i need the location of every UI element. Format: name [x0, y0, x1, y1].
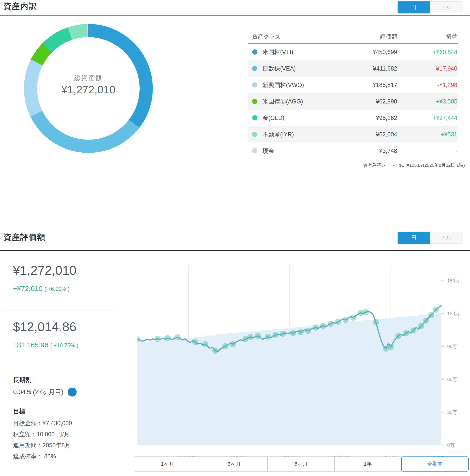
valuation-section-title: 資産評価額 — [3, 232, 46, 243]
asset-value-cell: ¥62,898 — [333, 98, 397, 105]
asset-label: 金(GLD) — [262, 114, 284, 122]
breakdown-section-title: 資産内訳 — [3, 1, 37, 12]
longterm-discount-title: 長期割 — [13, 376, 32, 384]
asset-value-cell: ¥450,699 — [333, 49, 397, 55]
goal-line: 目標金額：¥7,430,000 — [13, 418, 72, 429]
asset-label-cell: 金(GLD) — [248, 114, 333, 122]
asset-table-body: 米国株(VTI)¥450,699+¥60,844日欧株(VEA)¥411,682… — [248, 44, 458, 159]
asset-label-cell: 米国株(VTI) — [248, 48, 333, 56]
currency-toggle-yen[interactable]: 円 — [398, 1, 430, 13]
asset-label-cell: 現金 — [248, 147, 333, 155]
left-divider — [3, 472, 115, 472]
asset-pl-cell: +¥60,844 — [397, 49, 458, 55]
longterm-discount-value: 0.04% (27ヶ月目) — [13, 388, 64, 396]
asset-value-cell: ¥95,162 — [333, 115, 397, 121]
asset-label: 米国債券(AGG) — [262, 98, 303, 105]
gain-usd: +$1,165.96( +10.75% ) — [13, 341, 79, 349]
time-range-selector: 1ヶ月3ヶ月6ヶ月1年全期間 — [134, 457, 469, 472]
asset-table-row: 新興国株(VWO)¥185,817-¥1,298 — [248, 77, 458, 93]
asset-table-row: 金(GLD)¥95,162+¥27,444 — [248, 110, 458, 126]
y-axis-label: 90万 — [447, 344, 457, 349]
longterm-discount-row: 0.04% (27ヶ月目) → — [13, 388, 77, 396]
asset-label: 米国株(VTI) — [262, 48, 293, 56]
currency-toggle-top: 円 ドル — [398, 1, 462, 13]
asset-pl-cell: +¥3,505 — [397, 98, 458, 105]
gain-usd-percent: ( +10.75% ) — [49, 342, 79, 349]
asset-pl-cell: -¥17,940 — [397, 65, 458, 72]
longterm-detail-arrow-icon[interactable]: → — [68, 388, 77, 396]
asset-label: 新興国株(VWO) — [262, 81, 304, 89]
asset-label-cell: 不動産(IYR) — [248, 131, 333, 138]
asset-value-cell: ¥3,748 — [333, 147, 397, 154]
total-value-yen: ¥1,272,010 — [13, 263, 76, 277]
goal-details: 目標金額：¥7,430,000積立額：10,000 円/月運用期間：2050年8… — [13, 418, 72, 462]
donut-center-value: ¥1,272,010 — [24, 83, 153, 96]
asset-table-row: 不動産(IYR)¥62,004+¥531 — [248, 126, 458, 142]
valuation-history-chart[interactable]: 150万120万90万60万30万0万'18/10/0402/1907/07'1… — [137, 265, 470, 464]
asset-label: 日欧株(VEA) — [262, 65, 296, 72]
left-divider — [3, 367, 115, 367]
y-axis-label: 30万 — [447, 410, 457, 415]
portfolio-dashboard: 資産内訳 円 ドル 総資産額 ¥1,272,010 資産クラス 評価額 損益 米… — [0, 0, 470, 476]
currency-toggle-dollar[interactable]: ドル — [430, 232, 463, 244]
gain-yen-percent: ( +6.00% ) — [43, 286, 70, 292]
range-button-4[interactable]: 全期間 — [401, 457, 469, 472]
asset-class-table: 資産クラス 評価額 損益 米国株(VTI)¥450,699+¥60,844日欧株… — [248, 30, 458, 159]
section-divider — [0, 250, 470, 251]
y-axis-label: 60万 — [447, 377, 457, 382]
y-axis-label: 150万 — [447, 278, 460, 283]
asset-color-dot-icon — [252, 115, 257, 120]
currency-toggle-yen[interactable]: 円 — [398, 232, 430, 244]
left-divider — [3, 310, 115, 310]
asset-table-row: 現金¥3,748- — [248, 142, 458, 159]
y-axis-label: 0万 — [447, 442, 454, 448]
goal-title: 目標 — [13, 407, 25, 416]
asset-table-row: 米国債券(AGG)¥62,898+¥3,505 — [248, 93, 458, 110]
asset-value-cell: ¥62,004 — [333, 131, 397, 138]
currency-toggle-chart: 円 ドル — [398, 232, 462, 244]
total-value-usd: $12,014.86 — [13, 319, 76, 334]
range-button-1[interactable]: 3ヶ月 — [201, 457, 268, 472]
asset-color-dot-icon — [252, 49, 257, 54]
asset-allocation-donut-chart: 総資産額 ¥1,272,010 — [24, 24, 153, 153]
asset-pl-cell: +¥531 — [397, 131, 458, 138]
goal-line: 運用期間：2050年8月 — [13, 440, 72, 451]
goal-line: 達成確率： 85% — [13, 451, 72, 462]
asset-pl-cell: -¥1,298 — [397, 82, 458, 88]
section-divider — [0, 15, 470, 16]
range-button-2[interactable]: 6ヶ月 — [267, 457, 334, 472]
header-valuation: 評価額 — [333, 33, 397, 40]
asset-value-cell: ¥411,682 — [333, 65, 397, 72]
asset-label-cell: 米国債券(AGG) — [248, 98, 333, 105]
fx-rate-note: 参考為替レート：$1=¥105.87(2020年8月22日 1時) — [248, 162, 465, 168]
donut-center-label: 総資産額 — [24, 74, 153, 82]
asset-pl-cell: - — [397, 147, 458, 154]
gain-yen-amount: +¥72,010 — [13, 285, 43, 292]
asset-table-row: 日欧株(VEA)¥411,682-¥17,940 — [248, 60, 458, 77]
asset-color-dot-icon — [252, 148, 257, 153]
asset-label: 現金 — [262, 147, 274, 155]
asset-color-dot-icon — [252, 66, 257, 71]
asset-table-row: 米国株(VTI)¥450,699+¥60,844 — [248, 44, 458, 60]
gain-yen: +¥72,010( +6.00% ) — [13, 285, 70, 292]
asset-color-dot-icon — [252, 99, 257, 104]
asset-label: 不動産(IYR) — [262, 131, 294, 138]
asset-pl-cell: +¥27,444 — [397, 115, 458, 121]
asset-color-dot-icon — [252, 82, 257, 87]
range-button-3[interactable]: 1年 — [334, 457, 401, 472]
asset-label-cell: 新興国株(VWO) — [248, 81, 333, 89]
header-asset-class: 資産クラス — [248, 33, 333, 40]
currency-toggle-dollar[interactable]: ドル — [430, 1, 463, 13]
gain-usd-amount: +$1,165.96 — [13, 341, 49, 349]
goal-line: 積立額：10,000 円/月 — [13, 429, 72, 440]
asset-label-cell: 日欧株(VEA) — [248, 65, 333, 72]
asset-table-header: 資産クラス 評価額 損益 — [248, 30, 458, 44]
y-axis-label: 120万 — [447, 311, 460, 316]
asset-color-dot-icon — [252, 132, 257, 137]
header-profit-loss: 損益 — [397, 33, 458, 40]
asset-value-cell: ¥185,817 — [333, 82, 397, 88]
range-button-0[interactable]: 1ヶ月 — [134, 457, 201, 472]
